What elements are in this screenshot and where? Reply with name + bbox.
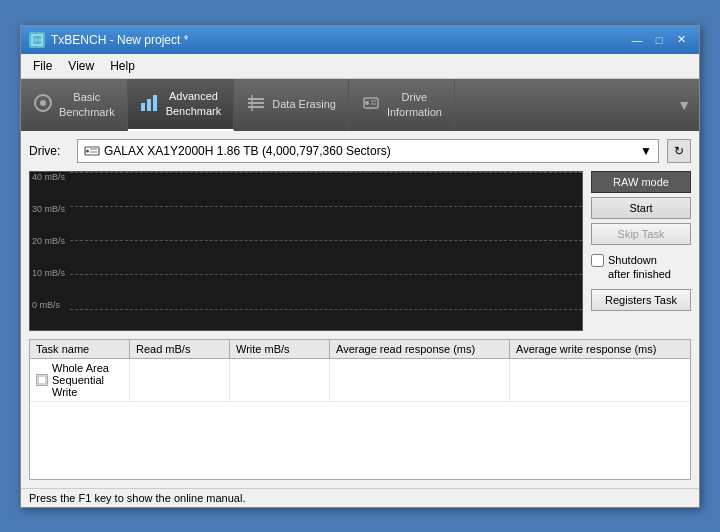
maximize-button[interactable]: □ (649, 32, 669, 48)
basic-benchmark-label: BasicBenchmark (59, 90, 115, 119)
grid-line-10 (70, 274, 582, 275)
col-task-name: Task name (30, 340, 130, 358)
registers-task-button[interactable]: Registers Task (591, 289, 691, 311)
advanced-benchmark-label: AdvancedBenchmark (166, 89, 222, 118)
title-bar: TxBENCH - New project * — □ ✕ (21, 26, 699, 54)
chart-y-labels: 40 mB/s 30 mB/s 20 mB/s 10 mB/s 0 mB/s (32, 172, 65, 310)
svg-point-3 (40, 100, 46, 106)
grid-line-30 (70, 206, 582, 207)
data-erasing-label: Data Erasing (272, 97, 336, 111)
col-write: Write mB/s (230, 340, 330, 358)
start-button[interactable]: Start (591, 197, 691, 219)
shutdown-checkbox[interactable] (591, 254, 604, 267)
chart-label-30: 30 mB/s (32, 204, 65, 214)
main-area: 40 mB/s 30 mB/s 20 mB/s 10 mB/s 0 mB/s R… (29, 171, 691, 331)
svg-rect-6 (153, 95, 157, 111)
toolbar: BasicBenchmark AdvancedBenchmark (21, 79, 699, 131)
title-bar-controls: — □ ✕ (627, 32, 691, 48)
drive-information-icon (361, 93, 381, 117)
row-write (230, 359, 330, 401)
minimize-button[interactable]: — (627, 32, 647, 48)
grid-line-40 (70, 172, 582, 173)
shutdown-checkbox-row: Shutdownafter finished (591, 253, 691, 282)
col-read: Read mB/s (130, 340, 230, 358)
basic-benchmark-icon (33, 93, 53, 117)
row-task-name: Whole Area Sequential Write (30, 359, 130, 401)
content-area: Drive: GALAX XA1Y2000H 1.86 TB (4,000,79… (21, 131, 699, 488)
row-read (130, 359, 230, 401)
menu-bar: File View Help (21, 54, 699, 79)
status-text: Press the F1 key to show the online manu… (29, 492, 245, 504)
toolbar-data-erasing[interactable]: Data Erasing (234, 79, 349, 131)
status-bar: Press the F1 key to show the online manu… (21, 488, 699, 507)
table-row: Whole Area Sequential Write (30, 359, 690, 402)
svg-rect-4 (141, 103, 145, 111)
data-erasing-icon (246, 93, 266, 117)
drive-select[interactable]: GALAX XA1Y2000H 1.86 TB (4,000,797,360 S… (77, 139, 659, 163)
table-body: Whole Area Sequential Write (30, 359, 690, 479)
skip-task-button[interactable]: Skip Task (591, 223, 691, 245)
refresh-icon: ↻ (674, 144, 684, 158)
toolbar-basic-benchmark[interactable]: BasicBenchmark (21, 79, 128, 131)
menu-view[interactable]: View (60, 56, 102, 76)
col-avg-read: Average read response (ms) (330, 340, 510, 358)
row-task-name-text: Whole Area Sequential Write (52, 362, 123, 398)
drive-select-arrow: ▼ (640, 144, 652, 158)
drive-icon (84, 145, 100, 157)
chart-label-10: 10 mB/s (32, 268, 65, 278)
drive-value: GALAX XA1Y2000H 1.86 TB (4,000,797,360 S… (104, 144, 391, 158)
close-button[interactable]: ✕ (671, 32, 691, 48)
row-avg-read (330, 359, 510, 401)
app-icon (29, 32, 45, 48)
svg-rect-19 (38, 376, 46, 384)
sidebar-buttons: RAW mode Start Skip Task Shutdownafter f… (591, 171, 691, 331)
chart-label-20: 20 mB/s (32, 236, 65, 246)
grid-line-0 (70, 309, 582, 310)
toolbar-advanced-benchmark[interactable]: AdvancedBenchmark (128, 79, 235, 131)
menu-file[interactable]: File (25, 56, 60, 76)
shutdown-label: Shutdownafter finished (608, 253, 671, 282)
svg-point-16 (86, 149, 89, 152)
svg-rect-5 (147, 99, 151, 111)
task-icon (36, 374, 48, 386)
table-header: Task name Read mB/s Write mB/s Average r… (30, 340, 690, 359)
drive-row: Drive: GALAX XA1Y2000H 1.86 TB (4,000,79… (29, 139, 691, 163)
grid-line-20 (70, 240, 582, 241)
drive-information-label: DriveInformation (387, 90, 442, 119)
window-title: TxBENCH - New project * (51, 33, 188, 47)
advanced-benchmark-icon (140, 93, 160, 115)
col-avg-write: Average write response (ms) (510, 340, 690, 358)
svg-point-12 (365, 101, 369, 105)
drive-refresh-button[interactable]: ↻ (667, 139, 691, 163)
menu-help[interactable]: Help (102, 56, 143, 76)
task-table: Task name Read mB/s Write mB/s Average r… (29, 339, 691, 480)
toolbar-dropdown-arrow[interactable]: ▼ (669, 79, 699, 131)
chart-area: 40 mB/s 30 mB/s 20 mB/s 10 mB/s 0 mB/s (29, 171, 583, 331)
chart-label-0: 0 mB/s (32, 300, 65, 310)
chart-label-40: 40 mB/s (32, 172, 65, 182)
raw-mode-button[interactable]: RAW mode (591, 171, 691, 193)
drive-select-text: GALAX XA1Y2000H 1.86 TB (4,000,797,360 S… (84, 144, 391, 158)
row-avg-write (510, 359, 690, 401)
dropdown-chevron-icon: ▼ (677, 97, 691, 113)
title-bar-left: TxBENCH - New project * (29, 32, 188, 48)
toolbar-drive-information[interactable]: DriveInformation (349, 79, 455, 131)
drive-label: Drive: (29, 144, 69, 158)
chart-grid (70, 172, 582, 310)
main-window: TxBENCH - New project * — □ ✕ File View … (20, 25, 700, 508)
